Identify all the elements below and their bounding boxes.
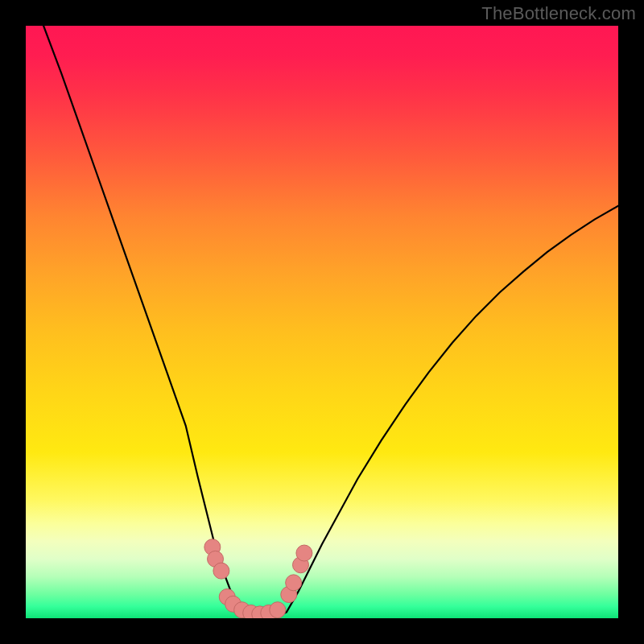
data-marker [270,602,286,618]
outer-frame: TheBottleneck.com [0,0,644,644]
plot-area [26,26,618,618]
data-marker [296,545,312,561]
watermark-text: TheBottleneck.com [481,3,636,24]
data-marker [286,575,302,591]
data-marker [213,563,229,579]
data-markers [204,539,312,618]
bottleneck-curve [43,26,618,617]
chart-svg [26,26,618,618]
